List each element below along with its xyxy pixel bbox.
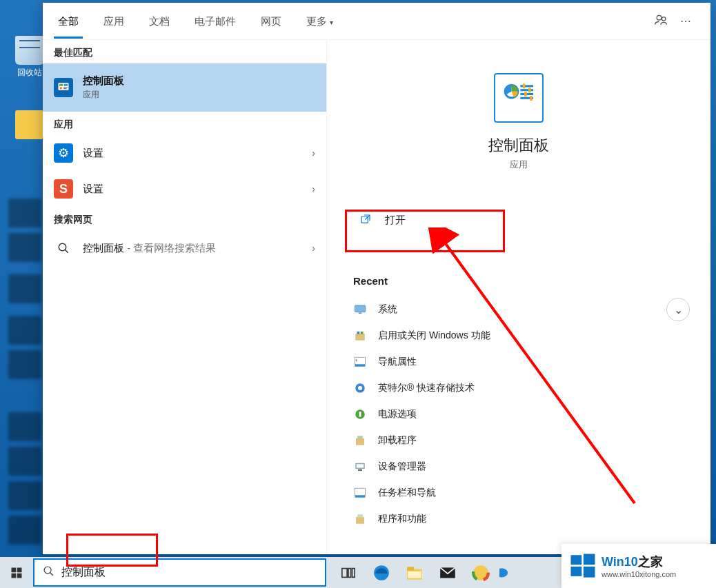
svg-rect-18 bbox=[524, 92, 527, 97]
taskbar-nav-icon bbox=[353, 486, 367, 500]
svg-rect-22 bbox=[359, 313, 362, 314]
programs-features-icon bbox=[353, 512, 367, 526]
taskbar-mail-icon[interactable] bbox=[431, 557, 464, 588]
sogou-icon: S bbox=[54, 179, 73, 199]
svg-rect-32 bbox=[356, 438, 364, 445]
detail-title: 控制面板 bbox=[348, 135, 690, 156]
svg-rect-6 bbox=[63, 87, 68, 88]
recent-label: 英特尔® 快速存储技术 bbox=[378, 382, 475, 394]
recent-item[interactable]: 英特尔® 快速存储技术 bbox=[348, 375, 690, 401]
blurred-desktop-item bbox=[8, 199, 41, 227]
open-icon bbox=[360, 214, 372, 227]
control-panel-icon bbox=[54, 78, 73, 97]
svg-point-46 bbox=[44, 567, 51, 574]
svg-rect-12 bbox=[520, 85, 533, 87]
search-scope-tabs: 全部 应用 文档 电子邮件 网页 更多▾ ⋯ bbox=[43, 3, 710, 40]
tab-web[interactable]: 网页 bbox=[258, 4, 284, 38]
tab-documents[interactable]: 文档 bbox=[146, 4, 172, 38]
start-button[interactable] bbox=[0, 557, 33, 588]
recent-item[interactable]: 电源选项 bbox=[348, 401, 690, 427]
svg-point-1 bbox=[662, 17, 666, 21]
blurred-desktop-item bbox=[8, 412, 41, 441]
task-view-button[interactable] bbox=[332, 557, 365, 588]
svg-rect-44 bbox=[12, 573, 17, 578]
tab-email[interactable]: 电子邮件 bbox=[192, 4, 239, 38]
taskbar-edge-icon[interactable] bbox=[365, 557, 398, 588]
svg-point-8 bbox=[59, 243, 66, 251]
recent-item[interactable]: 任务栏和导航 bbox=[348, 480, 690, 506]
control-panel-large-icon bbox=[494, 73, 544, 123]
svg-rect-42 bbox=[12, 567, 17, 572]
taskbar-app-icon[interactable] bbox=[497, 557, 510, 588]
recent-item[interactable]: 启用或关闭 Windows 功能 bbox=[348, 323, 690, 349]
recent-list: 系统 启用或关闭 Windows 功能 导航属性 英特尔® 快速存储技术 电源选… bbox=[348, 296, 690, 532]
tab-more[interactable]: 更多▾ bbox=[304, 4, 336, 38]
apps-header: 应用 bbox=[43, 112, 326, 135]
svg-rect-36 bbox=[358, 469, 362, 471]
best-match-header: 最佳匹配 bbox=[43, 40, 326, 63]
svg-rect-33 bbox=[357, 436, 363, 439]
svg-rect-23 bbox=[355, 334, 365, 341]
svg-rect-21 bbox=[355, 305, 366, 312]
recent-label: 电源选项 bbox=[378, 408, 417, 420]
app-result-sogou-settings[interactable]: S 设置 › bbox=[43, 171, 326, 207]
chevron-right-icon: › bbox=[312, 243, 315, 254]
svg-rect-50 bbox=[352, 568, 355, 577]
recent-label: 导航属性 bbox=[378, 356, 417, 368]
expand-toggle[interactable]: ⌄ bbox=[666, 298, 690, 321]
svg-rect-24 bbox=[357, 332, 360, 334]
chevron-down-icon: ⌄ bbox=[674, 303, 683, 316]
open-action[interactable]: 打开 bbox=[348, 204, 690, 236]
svg-rect-39 bbox=[356, 517, 364, 524]
tab-apps[interactable]: 应用 bbox=[101, 4, 127, 38]
recent-item[interactable]: 程序和功能 bbox=[348, 506, 690, 532]
watermark-url: www.win10xitong.com bbox=[601, 570, 676, 578]
svg-rect-3 bbox=[59, 84, 63, 86]
recent-label: 设备管理器 bbox=[378, 460, 426, 473]
search-input[interactable] bbox=[61, 567, 317, 579]
svg-rect-59 bbox=[571, 555, 582, 565]
feedback-icon[interactable] bbox=[648, 13, 673, 30]
recent-label: 系统 bbox=[378, 303, 397, 316]
svg-rect-35 bbox=[357, 464, 364, 467]
gear-icon: ⚙ bbox=[54, 143, 73, 163]
recent-label: 程序和功能 bbox=[378, 513, 426, 525]
svg-rect-40 bbox=[357, 514, 363, 518]
windows-features-icon bbox=[353, 329, 367, 343]
search-icon bbox=[54, 239, 73, 258]
svg-point-5 bbox=[60, 87, 62, 89]
tab-all[interactable]: 全部 bbox=[55, 4, 81, 38]
taskbar-browser-icon[interactable] bbox=[464, 557, 497, 588]
device-manager-icon bbox=[353, 460, 367, 474]
watermark: Win10之家 www.win10xitong.com bbox=[561, 544, 716, 588]
more-options-icon[interactable]: ⋯ bbox=[673, 14, 698, 28]
svg-point-0 bbox=[657, 15, 662, 20]
svg-rect-61 bbox=[571, 567, 582, 576]
svg-rect-60 bbox=[584, 554, 595, 565]
chevron-right-icon: › bbox=[312, 183, 315, 194]
svg-rect-19 bbox=[530, 96, 533, 101]
best-match-result[interactable]: 控制面板 应用 bbox=[43, 63, 326, 112]
recent-label: 任务栏和导航 bbox=[378, 487, 436, 499]
svg-rect-53 bbox=[407, 567, 414, 570]
chevron-right-icon: › bbox=[312, 148, 315, 159]
open-label: 打开 bbox=[385, 214, 406, 227]
blurred-desktop-item bbox=[8, 447, 41, 476]
taskbar-explorer-icon[interactable] bbox=[398, 557, 431, 588]
recent-item[interactable]: 系统 bbox=[348, 296, 690, 323]
uninstall-program-icon bbox=[353, 434, 367, 447]
recent-item[interactable]: 设备管理器 bbox=[348, 454, 690, 480]
app-result-settings[interactable]: ⚙ 设置 › bbox=[43, 135, 326, 171]
recent-item[interactable]: 导航属性 bbox=[348, 349, 690, 375]
svg-rect-4 bbox=[64, 84, 68, 86]
svg-rect-54 bbox=[408, 571, 421, 578]
svg-rect-48 bbox=[342, 568, 347, 577]
search-web-header: 搜索网页 bbox=[43, 207, 326, 230]
svg-rect-45 bbox=[17, 573, 22, 578]
intel-rst-icon bbox=[353, 381, 367, 395]
best-match-title: 控制面板 bbox=[83, 74, 315, 88]
svg-rect-62 bbox=[584, 567, 595, 578]
recent-item[interactable]: 卸载程序 bbox=[348, 427, 690, 454]
web-result[interactable]: 控制面板 - 查看网络搜索结果 › bbox=[43, 230, 326, 266]
taskbar-search-box[interactable] bbox=[33, 558, 326, 587]
